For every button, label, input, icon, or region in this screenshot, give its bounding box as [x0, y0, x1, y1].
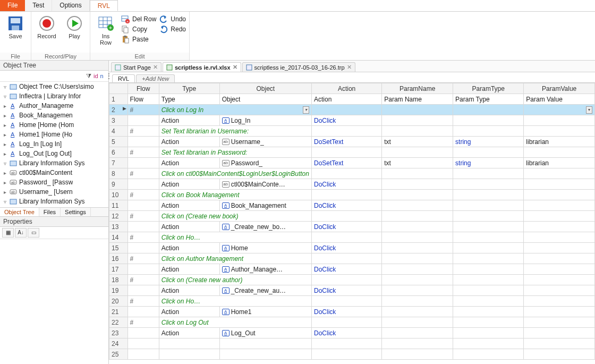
doc-tab-rvl[interactable]: scriptless ie.rvl.xlsx✕	[163, 62, 241, 72]
cell-type[interactable]: Action	[159, 158, 219, 168]
cell[interactable]	[524, 275, 595, 285]
cell[interactable]	[524, 147, 595, 158]
cell-flow[interactable]: #	[128, 275, 159, 285]
cell[interactable]	[382, 126, 453, 137]
grid-row[interactable]: 20#Click on Ho…	[109, 296, 595, 307]
doc-tab-start[interactable]: Start Page✕	[111, 62, 162, 72]
row-number[interactable]: 22	[109, 317, 128, 328]
cell-type[interactable]: Action	[159, 137, 219, 147]
row-number[interactable]: 8	[109, 168, 128, 179]
tree-node[interactable]: ▸AAuthor_Manageme	[0, 101, 108, 111]
row-number[interactable]: 1	[109, 94, 128, 105]
tree-twisty[interactable]: ▸	[2, 113, 7, 118]
row-number[interactable]: 2	[109, 105, 128, 115]
cell[interactable]	[382, 168, 453, 179]
grid-row[interactable]: 3ActionALog_InDoClick	[109, 115, 595, 126]
cell[interactable]	[524, 211, 595, 222]
col-action[interactable]: Action	[311, 83, 381, 94]
cell-action[interactable]: DoClick	[311, 285, 381, 296]
row-number[interactable]: 12	[109, 211, 128, 222]
cell[interactable]: Flow	[128, 94, 159, 105]
row-number[interactable]: 14	[109, 232, 128, 243]
row-number[interactable]: 13	[109, 222, 128, 232]
cell[interactable]: Type	[159, 94, 219, 105]
left-tab-files[interactable]: Files	[39, 208, 61, 216]
tree-node[interactable]: ▸AHome1 [Home (Ho	[0, 130, 108, 139]
cell-paramname[interactable]	[382, 264, 453, 275]
row-number[interactable]: 19	[109, 285, 128, 296]
cell-comment[interactable]: Click on Ho…	[159, 296, 311, 307]
cell-type[interactable]: Action	[159, 200, 219, 211]
save-button[interactable]: Save	[3, 13, 28, 39]
grid-row[interactable]: 25	[109, 349, 595, 360]
cell-flow[interactable]	[128, 115, 159, 126]
cell[interactable]	[524, 296, 595, 307]
cell-object[interactable]: abUsername_	[219, 137, 311, 147]
cell-flow[interactable]	[128, 158, 159, 168]
cell-flow[interactable]: #	[128, 317, 159, 328]
cell[interactable]	[311, 126, 381, 137]
cell-flow[interactable]	[128, 328, 159, 338]
cell-paramtype[interactable]: string	[453, 137, 524, 147]
tree-twisty[interactable]: ▸	[2, 122, 7, 128]
tree-node[interactable]: ▿Inflectra | Library Infor	[0, 91, 108, 101]
tree-node[interactable]: ▸abctl00$MainContent	[0, 168, 108, 177]
dropdown-icon[interactable]: ▾	[586, 106, 592, 114]
cell-paramtype[interactable]	[453, 285, 524, 296]
cell[interactable]	[382, 253, 453, 264]
row-number[interactable]: 16	[109, 253, 128, 264]
cell-flow[interactable]: #	[128, 168, 159, 179]
tree-node[interactable]: ▿Library Information Sys	[0, 158, 108, 168]
cell-paramname[interactable]	[382, 285, 453, 296]
cell[interactable]	[311, 168, 381, 179]
grid-corner[interactable]	[109, 83, 128, 94]
cell-paramtype[interactable]	[453, 179, 524, 190]
cell[interactable]	[524, 126, 595, 137]
cell-paramname[interactable]	[382, 243, 453, 253]
cell-action[interactable]: DoSetText	[311, 158, 381, 168]
tree-twisty[interactable]: ▸	[2, 132, 7, 138]
row-number[interactable]: 23	[109, 328, 128, 338]
rvl-grid-wrap[interactable]: Flow Type Object Action ParamName ParamT…	[109, 83, 595, 364]
cell-paramvalue[interactable]: librarian	[524, 158, 595, 168]
tree-node[interactable]: ▸abPassword_ [Passw	[0, 177, 108, 187]
cell-flow[interactable]	[128, 179, 159, 190]
grid-row[interactable]: 2#Click on Log In▾▾	[109, 105, 595, 115]
cell-comment[interactable]: Click on (Create new book)	[159, 211, 311, 222]
cell-paramname[interactable]	[382, 222, 453, 232]
cell-flow[interactable]: #	[128, 190, 159, 200]
filter-id-toggle[interactable]: id	[94, 73, 98, 79]
grid-row[interactable]: 15ActionAHomeDoClick	[109, 243, 595, 253]
cell[interactable]	[382, 147, 453, 158]
filter-icon[interactable]: ⧩	[86, 72, 91, 80]
grid-row[interactable]: 24	[109, 338, 595, 349]
cell-flow[interactable]: #	[128, 105, 159, 115]
cell-object[interactable]: AHome	[219, 243, 311, 253]
del-row-button[interactable]: ×Del Row	[121, 15, 156, 23]
grid-row[interactable]: 22#Click on Log Out	[109, 317, 595, 328]
cell-paramtype[interactable]	[453, 222, 524, 232]
cell-action[interactable]: DoClick	[311, 200, 381, 211]
close-icon[interactable]: ✕	[153, 64, 158, 71]
cell[interactable]	[311, 349, 381, 360]
cell[interactable]	[453, 105, 524, 115]
redo-button[interactable]: Redo	[159, 25, 186, 33]
cell-paramname[interactable]: txt	[382, 158, 453, 168]
cell-paramname[interactable]	[382, 200, 453, 211]
cell-paramname[interactable]	[382, 179, 453, 190]
grid-row[interactable]: 13ActionA_Create_new_bo…DoClick	[109, 222, 595, 232]
cell[interactable]	[311, 105, 381, 115]
menu-options[interactable]: Options	[52, 0, 89, 11]
cell-paramvalue[interactable]	[524, 115, 595, 126]
row-number[interactable]: 6	[109, 147, 128, 158]
doc-tab-trp[interactable]: scriptless ie_2017-05-03_16-26.trp✕	[242, 62, 355, 72]
row-number[interactable]: 10	[109, 190, 128, 200]
cell-flow[interactable]: #	[128, 211, 159, 222]
row-number[interactable]: 20	[109, 296, 128, 307]
col-flow[interactable]: Flow	[128, 83, 159, 94]
prop-sort-button[interactable]: A↓	[15, 228, 27, 238]
sheet-tab-rvl[interactable]: RVL	[112, 74, 135, 82]
dropdown-icon[interactable]: ▾	[303, 106, 309, 114]
tree-twisty[interactable]: ▸	[2, 180, 7, 185]
col-paramname[interactable]: ParamName	[382, 83, 453, 94]
